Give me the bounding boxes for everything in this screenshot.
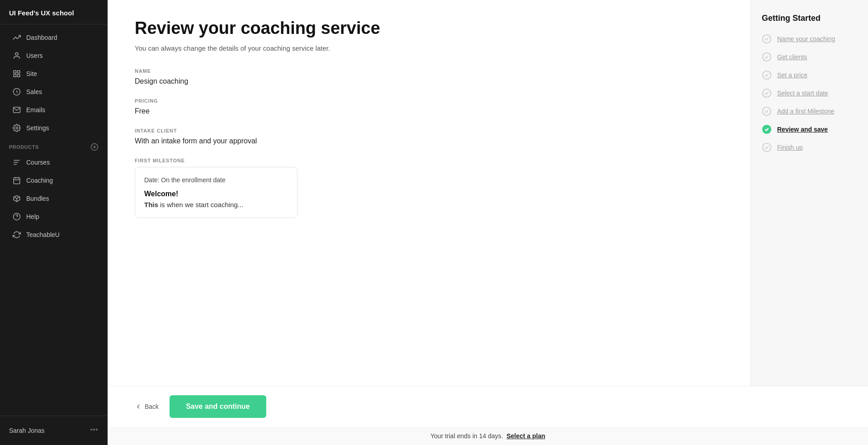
svg-point-24: [763, 53, 771, 61]
svg-point-25: [763, 71, 771, 79]
sales-icon: [13, 88, 21, 96]
step-label-name: Name your coaching: [777, 35, 835, 43]
step-start-date[interactable]: Select a start date: [762, 88, 857, 98]
sidebar-item-coaching[interactable]: Coaching: [4, 172, 104, 189]
sidebar-item-bundles[interactable]: Bundles: [4, 190, 104, 207]
sidebar-nav: Dashboard Users Site Sales: [0, 24, 108, 416]
user-menu-icon[interactable]: [90, 425, 99, 436]
sidebar-item-users[interactable]: Users: [4, 47, 104, 64]
step-label-finish: Finish up: [777, 144, 803, 151]
action-bar: Back Save and continue: [108, 386, 868, 427]
check-icon-price: [762, 70, 772, 80]
coaching-icon: [13, 176, 21, 185]
svg-point-20: [91, 429, 92, 431]
name-section: NAME Design coaching: [135, 68, 723, 85]
milestone-body-bold: This: [144, 201, 158, 208]
sidebar-item-sales[interactable]: Sales: [4, 83, 104, 100]
help-icon: [13, 213, 21, 221]
pricing-value: Free: [135, 107, 723, 115]
step-label-clients: Get clients: [777, 53, 807, 61]
back-button[interactable]: Back: [135, 399, 159, 414]
svg-point-27: [763, 107, 771, 115]
sidebar-label-users: Users: [26, 52, 43, 59]
sidebar-label-coaching: Coaching: [26, 177, 53, 184]
step-label-start-date: Select a start date: [777, 90, 828, 97]
milestone-welcome-title: Welcome!: [144, 190, 288, 198]
intake-section: INTAKE CLIENT With an intake form and yo…: [135, 128, 723, 145]
sidebar-item-help[interactable]: Help: [4, 208, 104, 225]
teachableu-icon: [13, 231, 21, 239]
check-icon-start-date: [762, 88, 772, 98]
chevron-left-icon: [135, 403, 142, 410]
settings-icon: [13, 124, 21, 132]
step-finish-up[interactable]: Finish up: [762, 142, 857, 152]
check-icon-finish: [762, 142, 772, 152]
page-title: Review your coaching service: [135, 18, 723, 39]
sidebar-label-bundles: Bundles: [26, 195, 49, 202]
user-name: Sarah Jonas: [9, 427, 45, 434]
bundles-icon: [13, 194, 21, 203]
milestone-label: FIRST MILESTONE: [135, 158, 723, 163]
svg-rect-3: [18, 75, 20, 77]
sidebar-item-emails[interactable]: Emails: [4, 101, 104, 118]
svg-point-0: [15, 52, 18, 55]
svg-point-23: [763, 35, 771, 43]
sidebar-item-courses[interactable]: Courses: [4, 154, 104, 171]
user-icon: [13, 52, 21, 60]
svg-point-26: [763, 89, 771, 97]
step-review-save[interactable]: Review and save: [762, 124, 857, 134]
save-continue-button[interactable]: Save and continue: [170, 395, 266, 418]
intake-label: INTAKE CLIENT: [135, 128, 723, 133]
step-label-price: Set a price: [777, 71, 807, 79]
milestone-date: Date: On the enrollment date: [144, 176, 288, 184]
step-set-price[interactable]: Set a price: [762, 70, 857, 80]
milestone-card: Date: On the enrollment date Welcome! Th…: [135, 167, 297, 218]
sidebar-label-teachableu: TeachableU: [26, 231, 60, 238]
trial-text: Your trial ends in 14 days.: [430, 432, 503, 440]
add-product-icon[interactable]: [90, 143, 99, 151]
svg-point-6: [16, 127, 18, 129]
courses-icon: [13, 158, 21, 166]
name-value: Design coaching: [135, 77, 723, 85]
milestone-section: FIRST MILESTONE Date: On the enrollment …: [135, 158, 723, 218]
mail-icon: [13, 106, 21, 114]
milestone-body: This is when we start coaching...: [144, 201, 288, 208]
check-icon-name: [762, 34, 772, 44]
trending-up-icon: [13, 33, 21, 42]
products-section: PRODUCTS: [0, 137, 108, 153]
sidebar: UI Feed's UX school Dashboard Users Site: [0, 0, 108, 445]
step-get-clients[interactable]: Get clients: [762, 52, 857, 62]
sidebar-item-site[interactable]: Site: [4, 65, 104, 82]
sidebar-label-sales: Sales: [26, 88, 42, 95]
panel-title: Getting Started: [762, 14, 857, 23]
sidebar-item-dashboard[interactable]: Dashboard: [4, 29, 104, 46]
svg-rect-4: [14, 75, 16, 77]
center-content: Review your coaching service You can alw…: [108, 0, 750, 386]
sidebar-item-settings[interactable]: Settings: [4, 119, 104, 137]
sidebar-bottom: Sarah Jonas: [0, 416, 108, 445]
step-name-coaching[interactable]: Name your coaching: [762, 34, 857, 44]
name-label: NAME: [135, 68, 723, 74]
milestone-body-text: is when we start coaching...: [158, 201, 243, 208]
sidebar-item-teachableu[interactable]: TeachableU: [4, 226, 104, 243]
svg-rect-1: [14, 71, 16, 73]
svg-point-29: [763, 143, 771, 151]
intake-value: With an intake form and your approval: [135, 137, 723, 145]
svg-point-22: [96, 429, 98, 431]
svg-point-21: [94, 429, 95, 431]
sidebar-label-emails: Emails: [26, 106, 45, 114]
sidebar-label-dashboard: Dashboard: [26, 34, 57, 41]
back-label: Back: [145, 403, 159, 410]
sidebar-logo: UI Feed's UX school: [0, 0, 108, 24]
check-icon-clients: [762, 52, 772, 62]
trial-banner: Your trial ends in 14 days. Select a pla…: [108, 427, 868, 445]
check-icon-milestone: [762, 106, 772, 116]
sidebar-label-settings: Settings: [26, 124, 49, 132]
select-plan-link[interactable]: Select a plan: [506, 432, 545, 440]
sidebar-label-help: Help: [26, 213, 39, 220]
step-label-milestone: Add a first Milestone: [777, 108, 835, 115]
step-add-milestone[interactable]: Add a first Milestone: [762, 106, 857, 116]
sidebar-label-courses: Courses: [26, 159, 50, 166]
grid-icon: [13, 70, 21, 78]
svg-rect-13: [14, 178, 20, 184]
